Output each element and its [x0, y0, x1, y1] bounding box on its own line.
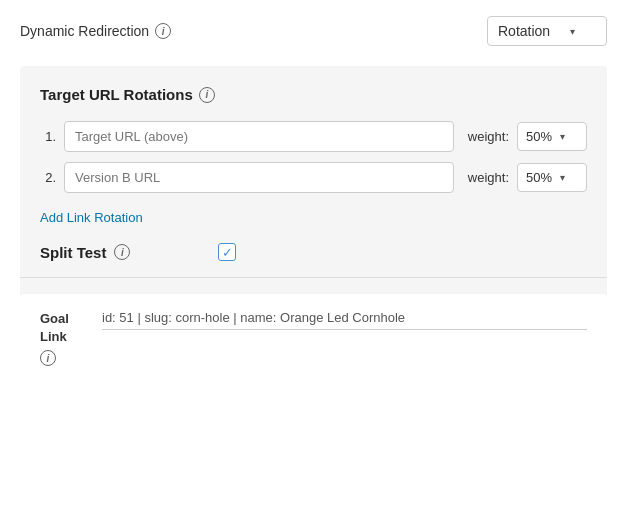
- dynamic-redirection-info-icon[interactable]: i: [155, 23, 171, 39]
- split-test-row: Split Test i ✓: [40, 243, 587, 261]
- goal-label: Goal: [40, 310, 69, 328]
- url-row-2-weight-value: 50%: [526, 170, 552, 185]
- url-row-1-weight-dropdown[interactable]: 50% ▾: [517, 122, 587, 151]
- split-test-label: Split Test: [40, 244, 106, 261]
- goal-link-info-icon[interactable]: i: [40, 350, 56, 366]
- url-row-2-weight-label: weight:: [468, 170, 509, 185]
- goal-section: Goal Link i id: 51 | slug: corn-hole | n…: [20, 294, 607, 382]
- target-url-info-icon[interactable]: i: [199, 87, 215, 103]
- url-rows: 1. weight: 50% ▾ 2. weight: 50% ▾: [40, 121, 587, 193]
- link-label: Link: [40, 328, 67, 346]
- top-bar: Dynamic Redirection i Rotation ▾: [20, 16, 607, 46]
- split-test-checkbox-wrapper: ✓: [218, 243, 236, 261]
- url-row-2-input[interactable]: [64, 162, 454, 193]
- main-card: Target URL Rotations i 1. weight: 50% ▾ …: [20, 66, 607, 382]
- add-link-rotation-button[interactable]: Add Link Rotation: [40, 210, 143, 225]
- dynamic-redirection-label: Dynamic Redirection: [20, 23, 149, 39]
- section-divider: [20, 277, 607, 278]
- url-row-1: 1. weight: 50% ▾: [40, 121, 587, 152]
- url-row-1-weight-value: 50%: [526, 129, 552, 144]
- split-test-checkbox[interactable]: ✓: [218, 243, 236, 261]
- goal-link-value: id: 51 | slug: corn-hole | name: Orange …: [102, 310, 587, 330]
- url-row-1-weight-chevron-icon: ▾: [560, 131, 565, 142]
- rotation-dropdown-value: Rotation: [498, 23, 550, 39]
- url-row-1-weight-label: weight:: [468, 129, 509, 144]
- url-row-2: 2. weight: 50% ▾: [40, 162, 587, 193]
- top-bar-left: Dynamic Redirection i: [20, 23, 171, 39]
- target-url-rotations-label: Target URL Rotations: [40, 86, 193, 103]
- rotation-dropdown-chevron-icon: ▾: [570, 26, 575, 37]
- target-url-section-title: Target URL Rotations i: [40, 86, 587, 103]
- goal-link-label-col: Goal Link i: [40, 310, 90, 366]
- rotation-dropdown[interactable]: Rotation ▾: [487, 16, 607, 46]
- split-test-info-icon[interactable]: i: [114, 244, 130, 260]
- url-row-2-number: 2.: [40, 170, 56, 185]
- url-row-1-number: 1.: [40, 129, 56, 144]
- url-row-2-weight-dropdown[interactable]: 50% ▾: [517, 163, 587, 192]
- url-row-2-weight-chevron-icon: ▾: [560, 172, 565, 183]
- url-row-1-input[interactable]: [64, 121, 454, 152]
- split-test-checkmark-icon: ✓: [222, 245, 233, 260]
- goal-link-row: Goal Link i id: 51 | slug: corn-hole | n…: [40, 310, 587, 366]
- goal-link-text-col: id: 51 | slug: corn-hole | name: Orange …: [102, 310, 587, 330]
